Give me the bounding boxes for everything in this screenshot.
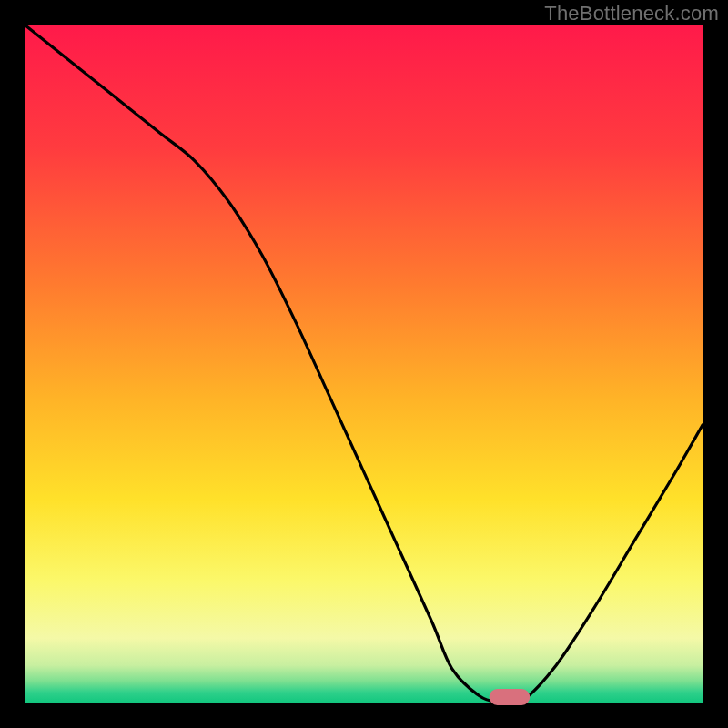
- optimal-marker: [490, 689, 531, 705]
- bottleneck-chart: TheBottleneck.com: [0, 0, 728, 728]
- watermark-label: TheBottleneck.com: [544, 2, 719, 25]
- plot-area: [25, 25, 703, 703]
- chart-svg: [0, 0, 728, 728]
